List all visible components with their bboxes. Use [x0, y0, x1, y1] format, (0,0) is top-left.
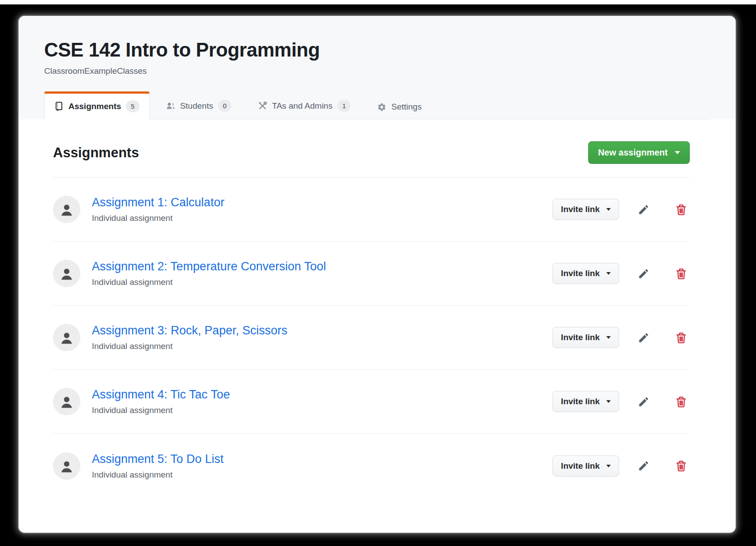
- tab-assignments[interactable]: Assignments 5: [44, 91, 150, 119]
- tab-count-badge: 0: [218, 100, 231, 112]
- tab-label: Students: [180, 101, 213, 111]
- avatar: [53, 196, 80, 223]
- classroom-header: CSE 142 Intro to Programming ClassroomEx…: [19, 16, 736, 119]
- tab-count-badge: 5: [126, 100, 139, 112]
- person-icon: [58, 393, 76, 410]
- trash-icon: [675, 204, 687, 216]
- tab-count-badge: 1: [337, 100, 351, 112]
- trash-icon: [675, 396, 687, 408]
- assignment-row: Assignment 3: Rock, Paper, Scissors Indi…: [53, 306, 690, 370]
- trash-icon: [675, 460, 687, 472]
- person-icon: [58, 265, 76, 282]
- assignment-title-link[interactable]: Assignment 5: To Do List: [92, 452, 223, 466]
- chevron-down-icon: [606, 272, 611, 275]
- delete-assignment-button[interactable]: [673, 265, 690, 282]
- assignments-panel: Assignments New assignment Assignment 1:…: [19, 119, 736, 498]
- assignment-type: Individual assignment: [92, 406, 552, 415]
- assignment-row: Assignment 1: Calculator Individual assi…: [53, 178, 690, 242]
- person-icon: [58, 201, 76, 218]
- chevron-down-icon: [675, 151, 680, 154]
- new-assignment-button[interactable]: New assignment: [588, 141, 690, 164]
- page-title: CSE 142 Intro to Programming: [44, 39, 710, 61]
- invite-link-button[interactable]: Invite link: [552, 391, 619, 412]
- assignment-actions: Invite link: [552, 199, 690, 220]
- chevron-down-icon: [606, 336, 611, 339]
- invite-link-label: Invite link: [561, 205, 600, 214]
- assignment-actions: Invite link: [552, 263, 690, 284]
- assignment-title-link[interactable]: Assignment 3: Rock, Paper, Scissors: [92, 324, 287, 337]
- delete-assignment-button[interactable]: [673, 329, 690, 346]
- pencil-icon: [638, 332, 650, 344]
- pencil-icon: [638, 396, 650, 408]
- assignment-type: Individual assignment: [92, 470, 552, 480]
- tab-bar: Assignments 5 Students 0: [44, 91, 710, 119]
- trash-icon: [675, 332, 687, 344]
- assignment-info: Assignment 1: Calculator Individual assi…: [92, 196, 552, 223]
- section-header: Assignments New assignment: [53, 119, 690, 178]
- invite-link-button[interactable]: Invite link: [552, 327, 619, 348]
- new-assignment-label: New assignment: [598, 148, 668, 158]
- pencil-icon: [638, 268, 650, 280]
- invite-link-button[interactable]: Invite link: [552, 263, 619, 284]
- avatar: [53, 388, 80, 415]
- assignment-type: Individual assignment: [92, 213, 552, 223]
- pencil-icon: [638, 460, 650, 472]
- tab-label: TAs and Admins: [272, 101, 333, 111]
- assignment-type: Individual assignment: [92, 277, 552, 287]
- edit-assignment-button[interactable]: [635, 329, 652, 346]
- assignment-title-link[interactable]: Assignment 1: Calculator: [92, 196, 224, 209]
- assignment-actions: Invite link: [552, 327, 690, 348]
- pencil-icon: [638, 204, 650, 216]
- invite-link-button[interactable]: Invite link: [552, 455, 619, 477]
- edit-assignment-button[interactable]: [635, 201, 652, 218]
- person-icon: [58, 329, 76, 346]
- assignment-info: Assignment 2: Temperature Conversion Too…: [92, 260, 552, 287]
- invite-link-label: Invite link: [561, 269, 600, 278]
- assignment-info: Assignment 3: Rock, Paper, Scissors Indi…: [92, 324, 552, 351]
- invite-link-label: Invite link: [561, 397, 600, 406]
- tab-tas-and-admins[interactable]: TAs and Admins 1: [248, 91, 361, 119]
- assignment-actions: Invite link: [552, 455, 690, 477]
- gear-icon: [377, 102, 386, 112]
- edit-assignment-button[interactable]: [635, 393, 652, 410]
- people-icon: [166, 101, 175, 110]
- assignment-info: Assignment 5: To Do List Individual assi…: [92, 452, 552, 480]
- delete-assignment-button[interactable]: [673, 393, 690, 410]
- chevron-down-icon: [606, 465, 611, 467]
- person-icon: [58, 457, 76, 475]
- assignment-row: Assignment 5: To Do List Individual assi…: [53, 434, 690, 498]
- assignment-info: Assignment 4: Tic Tac Toe Individual ass…: [92, 388, 552, 415]
- chevron-down-icon: [606, 400, 611, 403]
- assignment-title-link[interactable]: Assignment 4: Tic Tac Toe: [92, 388, 230, 402]
- tab-label: Settings: [391, 102, 422, 112]
- assignment-actions: Invite link: [552, 391, 690, 412]
- invite-link-button[interactable]: Invite link: [552, 199, 619, 220]
- classroom-window: CSE 142 Intro to Programming ClassroomEx…: [19, 16, 736, 533]
- edit-assignment-button[interactable]: [635, 265, 652, 282]
- tools-icon: [258, 101, 267, 110]
- invite-link-label: Invite link: [561, 461, 600, 471]
- avatar: [53, 260, 80, 287]
- assignment-row: Assignment 4: Tic Tac Toe Individual ass…: [53, 370, 690, 434]
- canvas-top-strip: [0, 0, 756, 4]
- assignment-type: Individual assignment: [92, 341, 552, 351]
- tab-settings[interactable]: Settings: [367, 93, 432, 119]
- classroom-org-name: ClassroomExampleClasses: [44, 66, 710, 76]
- tab-label: Assignments: [68, 102, 121, 111]
- edit-assignment-button[interactable]: [635, 457, 652, 474]
- tab-students[interactable]: Students 0: [156, 91, 242, 119]
- chevron-down-icon: [606, 208, 611, 211]
- delete-assignment-button[interactable]: [673, 201, 690, 218]
- journal-icon: [54, 102, 64, 111]
- invite-link-label: Invite link: [561, 333, 600, 342]
- assignment-title-link[interactable]: Assignment 2: Temperature Conversion Too…: [92, 260, 326, 273]
- avatar: [53, 452, 80, 480]
- avatar: [53, 324, 80, 351]
- delete-assignment-button[interactable]: [673, 457, 690, 474]
- trash-icon: [675, 268, 687, 280]
- assignment-row: Assignment 2: Temperature Conversion Too…: [53, 242, 690, 306]
- section-heading: Assignments: [53, 145, 139, 161]
